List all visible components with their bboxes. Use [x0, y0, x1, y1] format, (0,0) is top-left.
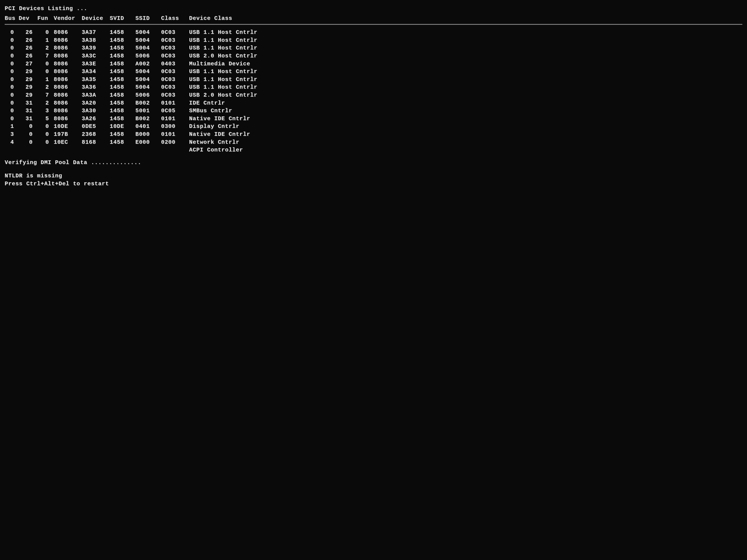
cell-class: 0101 [161, 115, 189, 123]
cell-ssid: 5006 [135, 91, 161, 99]
cell-ssid: B002 [135, 99, 161, 107]
cell-fun: 2 [37, 99, 54, 107]
footer-block: Verifying DMI Pool Data .............. N… [5, 159, 742, 188]
cell-ssid: 5004 [135, 83, 161, 91]
cell-class: 0C03 [161, 68, 189, 76]
cell-devclass: ACPI Controller [189, 146, 742, 154]
cell-bus: 0 [5, 28, 19, 36]
cell-devclass: Native IDE Cntrlr [189, 130, 742, 138]
cell-device: 2368 [82, 130, 110, 138]
cell-devclass: IDE Cntrlr [189, 99, 742, 107]
cell-vendor [54, 146, 82, 154]
cell-svid: 1458 [110, 44, 135, 52]
cell-svid: 1458 [110, 138, 135, 146]
cell-bus: 4 [5, 138, 19, 146]
cell-devclass: USB 1.1 Host Cntrlr [189, 76, 742, 83]
cell-ssid: 5004 [135, 68, 161, 76]
cell-vendor: 8086 [54, 115, 82, 123]
cell-svid: 1458 [110, 91, 135, 99]
cell-dev [19, 146, 37, 154]
cell-fun: 1 [37, 36, 54, 44]
cell-ssid: E000 [135, 138, 161, 146]
cell-vendor: 8086 [54, 28, 82, 36]
cell-vendor: 10DE [54, 123, 82, 130]
cell-devclass: Network Cntrlr [189, 138, 742, 146]
cell-devclass: USB 2.0 Host Cntrlr [189, 91, 742, 99]
cell-device [82, 146, 110, 154]
cell-bus: 0 [5, 60, 19, 68]
cell-bus: 0 [5, 115, 19, 123]
cell-dev: 26 [19, 28, 37, 36]
cell-class: 0C03 [161, 76, 189, 83]
cell-bus: 0 [5, 76, 19, 83]
cell-vendor: 8086 [54, 44, 82, 52]
table-row: 029780863A3A145850060C03USB 2.0 Host Cnt… [5, 91, 742, 99]
table-row: 026780863A3C145850060C03USB 2.0 Host Cnt… [5, 52, 742, 60]
cell-bus: 0 [5, 52, 19, 60]
cell-svid: 1458 [110, 107, 135, 115]
cell-vendor: 8086 [54, 36, 82, 44]
cell-devclass: SMBus Cntrlr [189, 107, 742, 115]
cell-devclass: USB 1.1 Host Cntrlr [189, 83, 742, 91]
cell-devclass: Native IDE Cntrlr [189, 115, 742, 123]
cell-bus: 0 [5, 107, 19, 115]
cell-vendor: 8086 [54, 60, 82, 68]
cell-dev: 29 [19, 91, 37, 99]
cell-class: 0C03 [161, 28, 189, 36]
cell-ssid: 0401 [135, 123, 161, 130]
cell-vendor: 10EC [54, 138, 82, 146]
cell-vendor: 8086 [54, 76, 82, 83]
cell-svid: 1458 [110, 76, 135, 83]
cell-svid: 1458 [110, 28, 135, 36]
cell-svid: 1458 [110, 83, 135, 91]
cell-ssid: 5004 [135, 44, 161, 52]
cell-class: 0C03 [161, 36, 189, 44]
header-class: Class [161, 15, 189, 22]
cell-device: 3A38 [82, 36, 110, 44]
cell-device: 3A35 [82, 76, 110, 83]
cell-vendor: 8086 [54, 83, 82, 91]
cell-fun: 0 [37, 68, 54, 76]
cell-fun: 1 [37, 76, 54, 83]
table-row: 300197B23681458B0000101Native IDE Cntrlr [5, 130, 742, 138]
cell-dev: 31 [19, 107, 37, 115]
cell-vendor: 8086 [54, 107, 82, 115]
cell-class: 0C03 [161, 83, 189, 91]
cell-bus: 0 [5, 44, 19, 52]
cell-device: 3A20 [82, 99, 110, 107]
cell-fun [37, 146, 54, 154]
cell-ssid: 5004 [135, 36, 161, 44]
cell-dev: 31 [19, 99, 37, 107]
cell-device: 3A34 [82, 68, 110, 76]
cell-fun: 0 [37, 28, 54, 36]
cell-fun: 0 [37, 138, 54, 146]
cell-device: 3A39 [82, 44, 110, 52]
table-row: ACPI Controller [5, 146, 742, 154]
cell-ssid: A002 [135, 60, 161, 68]
cell-fun: 3 [37, 107, 54, 115]
cell-devclass: USB 1.1 Host Cntrlr [189, 28, 742, 36]
header-devclass: Device Class [189, 15, 742, 22]
cell-dev: 29 [19, 68, 37, 76]
cell-fun: 5 [37, 115, 54, 123]
table-row: 40010EC81681458E0000200Network Cntrlr [5, 138, 742, 146]
cell-device: 0DE5 [82, 123, 110, 130]
cell-fun: 2 [37, 83, 54, 91]
cell-class: 0300 [161, 123, 189, 130]
table-row: 031380863A30145850010C05SMBus Cntrlr [5, 107, 742, 115]
listing-title: PCI Devices Listing ... [5, 5, 742, 12]
pci-table-body: 026080863A37145850040C03USB 1.1 Host Cnt… [5, 28, 742, 154]
cell-device: 3A37 [82, 28, 110, 36]
cell-dev: 26 [19, 36, 37, 44]
cell-fun: 0 [37, 130, 54, 138]
cell-class: 0200 [161, 138, 189, 146]
table-row: 026180863A38145850040C03USB 1.1 Host Cnt… [5, 36, 742, 44]
cell-devclass: USB 1.1 Host Cntrlr [189, 44, 742, 52]
table-row: 10010DE0DE510DE04010300Display Cntrlr [5, 123, 742, 130]
cell-dev: 0 [19, 130, 37, 138]
cell-fun: 0 [37, 60, 54, 68]
cell-ssid: 5001 [135, 107, 161, 115]
cell-dev: 29 [19, 76, 37, 83]
table-row: 031580863A261458B0020101Native IDE Cntrl… [5, 115, 742, 123]
cell-class: 0C03 [161, 91, 189, 99]
